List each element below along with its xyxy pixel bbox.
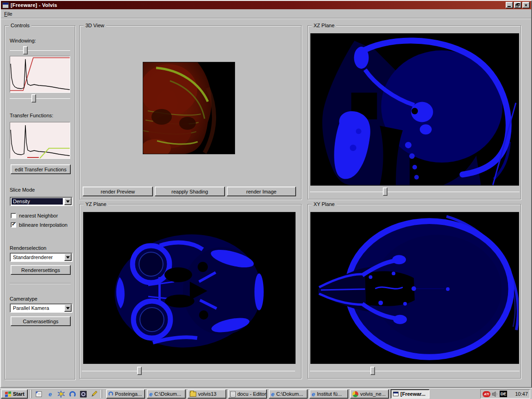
xy-slice-image [311,212,519,363]
internet-explorer-icon[interactable]: e [46,390,54,398]
volvis-window: [Freeware] - Volvis × File Controls Wind… [0,0,532,388]
render-image-button[interactable]: render Image [227,187,296,196]
minimize-button[interactable] [506,2,513,8]
reapply-shading-button[interactable]: reapply Shading [155,187,225,196]
renderer-combobox[interactable]: Standardrenderer [10,253,73,262]
task-label: docu - Editor [237,391,266,397]
chevron-down-icon [66,256,70,259]
start-label: Start [13,391,24,397]
bilinear-checkbox[interactable]: ✓ [11,222,16,228]
camera-combobox[interactable]: Parallel Kamera [10,303,73,313]
window-icon [393,392,399,396]
yz-plane-group: YZ Plane [79,204,302,379]
clock: 10:47 [515,391,528,397]
xy-plane-label: XY Plane [312,201,337,207]
slider-track [310,192,520,192]
slider-thumb[interactable] [383,187,387,196]
menu-separator [1,18,531,19]
task-button-posteingang[interactable]: Posteinga... [106,389,145,399]
slice-mode-label: Slice Mode [10,187,35,193]
kxp-icon[interactable] [57,390,65,398]
slider-thumb[interactable] [370,367,375,375]
slider-track [10,50,70,51]
view3d-group-label: 3D View [84,23,106,29]
view3d-group: 3D View [79,25,302,200]
task-button-institut[interactable]: e Institut fü... [309,389,348,399]
mail-swirl-icon [109,392,113,396]
yz-plane-label: YZ Plane [84,201,108,207]
task-label: volvis13 [198,391,217,397]
paint-icon[interactable] [91,390,98,398]
transfer-histogram [10,122,70,159]
bilinear-label: bilineare Interpolation [19,222,67,228]
xz-plane-label: XZ Plane [312,23,336,29]
restore-button[interactable] [514,2,521,8]
volume-icon[interactable] [492,391,498,397]
yz-plane-slider[interactable] [82,367,295,376]
renderersettings-button[interactable]: Renderersettings [11,265,71,275]
task-label: Institut fü... [317,391,342,397]
xy-plane-group: XY Plane [308,204,521,379]
volume-render-view[interactable] [143,62,235,154]
dropdown-button[interactable] [64,304,72,312]
task-button-freeware-volvis[interactable]: [Freewar... [391,389,429,399]
camerasettings-button[interactable]: Camerasettings [11,316,71,326]
ati-tray-icon[interactable]: ATI [483,391,490,397]
edit-transfer-functions-button[interactable]: edit Transfer Functions [11,164,71,174]
task-button-dokum-1[interactable]: e C:\Dokum... [147,389,186,399]
taskbar: Start e Posteinga... e C:\Dokum... volvi… [0,388,532,399]
titlebar[interactable]: [Freeware] - Volvis × [1,1,531,9]
internet-explorer-icon: e [312,391,315,397]
windowing-lower-slider[interactable] [10,94,70,103]
check-icon: ✓ [12,221,16,227]
slider-thumb[interactable] [137,367,142,375]
nearest-neighbor-row[interactable]: nearest Neighbor [11,212,58,219]
show-desktop-icon[interactable] [35,390,43,398]
internet-explorer-icon: e [149,391,152,397]
task-button-dokum-2[interactable]: e C:\Dokum... [269,389,308,399]
windowing-upper-slider[interactable] [10,46,70,55]
cameratype-label: Cameratype [10,296,37,302]
app-icon [2,2,9,8]
volume-render-image [143,62,235,154]
viewer-icon[interactable] [79,390,87,398]
xz-plane-view [310,33,519,186]
taskbar-grip[interactable] [101,390,102,398]
task-label: [Freewar... [400,391,425,397]
xz-plane-group: XZ Plane [308,25,521,200]
windows-logo-icon [4,391,12,397]
xz-plane-slider[interactable] [310,187,520,197]
camera-value: Parallel Kamera [12,305,63,311]
start-button[interactable]: Start [1,389,28,399]
yz-slice-image [84,212,295,363]
bilinear-row[interactable]: ✓ bilineare Interpolation [11,222,67,228]
system-tray: ATI DE 10:47 [480,389,530,399]
close-button[interactable]: × [522,2,530,8]
connect-icon[interactable] [68,390,76,398]
dropdown-button[interactable] [64,254,72,261]
render-preview-button[interactable]: render Preview [83,187,153,196]
internet-explorer-icon: e [271,391,274,397]
menu-file[interactable]: File [1,10,16,18]
xy-plane-view [310,212,519,364]
slider-thumb[interactable] [23,46,28,54]
controls-group-label: Controls [9,23,31,29]
slider-track [82,371,295,371]
notepad-icon [230,391,236,397]
xy-plane-slider[interactable] [310,367,520,376]
slice-mode-combobox[interactable]: Density [10,197,73,206]
language-indicator[interactable]: DE [500,391,507,397]
task-label: volvis_ne... [360,391,386,397]
chevron-down-icon [66,200,70,203]
slider-thumb[interactable] [31,94,36,103]
taskbar-grip[interactable] [30,390,32,398]
dropdown-button[interactable] [64,198,72,205]
task-button-docu-editor[interactable]: docu - Editor [228,389,267,399]
renderselection-label: Renderselection [10,245,47,251]
nearest-neighbor-label: nearest Neighbor [19,213,58,218]
task-button-volvis-ne[interactable]: volvis_ne... [350,389,389,399]
separator [10,283,71,284]
task-button-volvis13[interactable]: volvis13 [187,389,226,399]
windowing-histogram-plot [10,56,70,92]
nearest-neighbor-checkbox[interactable] [11,213,16,218]
